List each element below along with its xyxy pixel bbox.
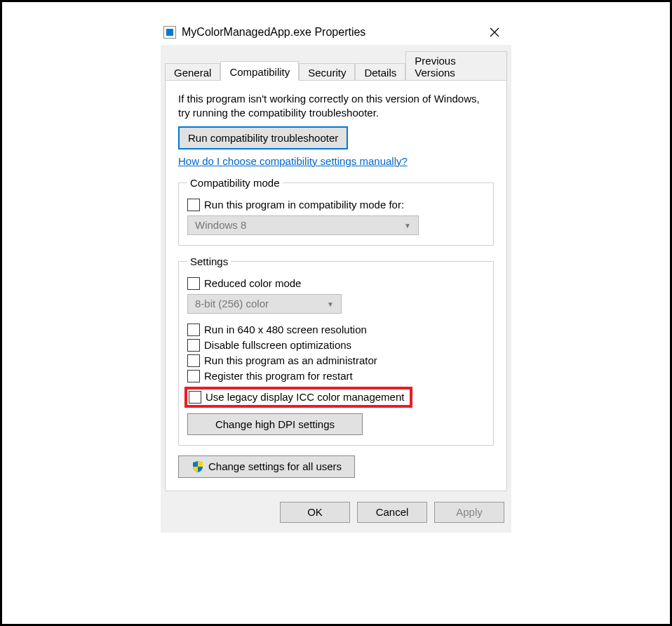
titlebar: MyColorManagedApp.exe Properties [161,20,511,45]
help-link[interactable]: How do I choose compatibility settings m… [178,155,408,167]
legacy-icc-label: Use legacy display ICC color management [206,391,404,403]
settings-legend: Settings [187,255,231,267]
tab-compatibility[interactable]: Compatibility [220,61,299,81]
run-troubleshooter-button[interactable]: Run compatibility troubleshooter [178,126,348,149]
tab-general[interactable]: General [165,63,220,81]
compat-mode-combo-value: Windows 8 [195,219,246,231]
color-mode-combo-value: 8-bit (256) color [195,298,269,309]
close-icon[interactable] [483,21,506,44]
legacy-icc-highlight: Use legacy display ICC color management [184,387,412,408]
reduced-color-checkbox[interactable] [187,277,200,290]
run-as-admin-label: Run this program as an administrator [204,354,377,366]
change-dpi-button[interactable]: Change high DPI settings [187,413,363,435]
compat-mode-label: Run this program in compatibility mode f… [204,199,404,211]
compat-mode-combo[interactable]: Windows 8 ▼ [187,215,419,235]
compat-mode-checkbox[interactable] [187,199,200,211]
dialog-button-row: OK Cancel Apply [161,492,511,533]
legacy-icc-checkbox[interactable] [189,391,201,404]
compatibility-mode-group: Compatibility mode Run this program in c… [178,177,494,246]
settings-group: Settings Reduced color mode 8-bit (256) … [178,255,494,446]
cancel-button[interactable]: Cancel [357,502,427,523]
register-restart-checkbox[interactable] [187,370,200,382]
disable-fullscreen-checkbox[interactable] [187,339,200,352]
chevron-down-icon: ▼ [404,221,411,229]
tab-security[interactable]: Security [299,63,355,81]
change-all-users-label: Change settings for all users [208,460,342,472]
tab-previous-versions[interactable]: Previous Versions [405,51,507,81]
compatibility-mode-legend: Compatibility mode [187,177,283,189]
intro-text: If this program isn't working correctly … [178,92,494,121]
run-640-label: Run in 640 x 480 screen resolution [204,324,367,335]
color-mode-combo[interactable]: 8-bit (256) color ▼ [187,294,342,314]
ok-button[interactable]: OK [280,502,350,523]
tab-strip: General Compatibility Security Details P… [161,45,511,81]
window-title: MyColorManagedApp.exe Properties [182,26,483,39]
apply-button[interactable]: Apply [434,502,504,523]
run-640-checkbox[interactable] [187,324,200,336]
disable-fullscreen-label: Disable fullscreen optimizations [204,339,351,351]
change-all-users-button[interactable]: Change settings for all users [178,455,355,478]
tab-content-compatibility: If this program isn't working correctly … [165,80,507,491]
shield-icon [191,460,204,473]
reduced-color-label: Reduced color mode [204,277,301,289]
app-icon [163,26,176,39]
register-restart-label: Register this program for restart [204,370,353,382]
run-as-admin-checkbox[interactable] [187,354,200,367]
chevron-down-icon: ▼ [327,300,334,307]
properties-dialog: MyColorManagedApp.exe Properties General… [161,20,511,533]
tab-details[interactable]: Details [355,63,405,81]
